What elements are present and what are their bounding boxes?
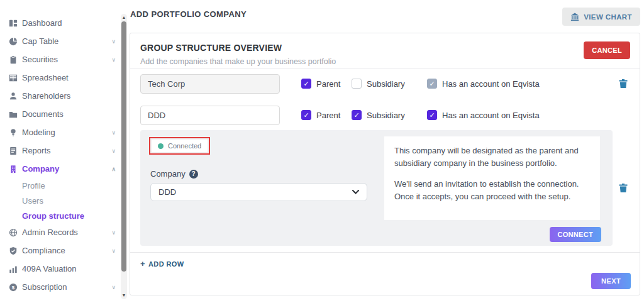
has-account-checkbox-label: Has an account on Eqvista: [442, 79, 540, 89]
cancel-button[interactable]: CANCEL: [584, 41, 630, 59]
sidebar-item-modeling[interactable]: Modeling ∨: [0, 123, 121, 141]
subsidiary-checkbox-label: Subsidiary: [367, 79, 405, 89]
subsidiary-checkbox[interactable]: ✓: [352, 79, 362, 89]
sidebar-item-group-structure[interactable]: Group structure: [0, 208, 121, 223]
globe-icon: [8, 228, 18, 237]
dashboard-icon: [8, 18, 18, 28]
sidebar-item-label: Company: [22, 164, 59, 174]
parent-checkbox[interactable]: ✓: [301, 110, 311, 120]
has-account-checkbox-item-2[interactable]: ✓ Has an account on Eqvista: [427, 110, 540, 120]
has-account-checkbox[interactable]: ✓: [427, 110, 437, 120]
chevron-down-icon: ∨: [111, 148, 116, 154]
card-subtitle: Add the companies that make up your busi…: [140, 57, 630, 66]
folder-icon: [8, 109, 18, 119]
view-chart-button[interactable]: VIEW CHART: [562, 8, 640, 26]
parent-checkbox-item-2[interactable]: ✓ Parent: [301, 110, 352, 120]
company-select[interactable]: DDD: [150, 183, 367, 201]
connection-panel-row: Connected Company ? DDD This company wil…: [140, 130, 630, 246]
has-account-checkbox: ✓: [427, 79, 437, 89]
chevron-up-icon: ∧: [111, 166, 116, 172]
trash-icon: [618, 183, 630, 193]
subsidiary-checkbox-label: Subsidiary: [367, 111, 405, 120]
connect-button[interactable]: CONNECT: [550, 227, 602, 242]
sidebar-item-label: 409A Valuation: [22, 264, 77, 273]
company-name-input-1[interactable]: [140, 74, 280, 94]
chevron-down-icon: ∨: [111, 57, 116, 63]
footer-divider: [130, 252, 640, 253]
company-row-1: ✓ Parent ✓ Subsidiary ✓ Has an account o…: [140, 74, 630, 94]
chevron-down-icon: ∨: [111, 284, 116, 290]
checkbox-group-2: ✓ Parent ✓ Subsidiary ✓ Has an account o…: [301, 110, 540, 120]
connection-panel: Connected Company ? DDD This company wil…: [140, 130, 613, 246]
parent-checkbox[interactable]: ✓: [301, 79, 311, 89]
company-select-value: DDD: [158, 187, 176, 197]
has-account-checkbox-label: Has an account on Eqvista: [442, 111, 540, 120]
sidebar-item-label: Modeling: [22, 128, 55, 137]
scroll-down-arrow-icon[interactable]: ▼: [121, 293, 127, 298]
card-header: GROUP STRUCTURE OVERVIEW Add the compani…: [130, 33, 640, 69]
sidebar-item-admin-records[interactable]: Admin Records ∨: [0, 223, 121, 241]
sidebar-item-409a-valuation[interactable]: 409A Valuation: [0, 260, 121, 278]
bar-chart-icon: [8, 264, 18, 273]
delete-row-button-1[interactable]: [618, 78, 630, 89]
shield-icon: [8, 246, 18, 255]
sidebar-item-subscription[interactable]: $ Subscription ∨: [0, 278, 121, 296]
info-paragraph: We'll send an invitation to establish th…: [394, 178, 590, 203]
parent-checkbox-item-1[interactable]: ✓ Parent: [301, 79, 352, 89]
sidebar-item-company[interactable]: Company ∧: [0, 160, 121, 178]
vertical-scrollbar[interactable]: ▲ ▼: [121, 14, 127, 299]
connection-info-box: This company will be designated as the p…: [384, 136, 600, 220]
sidebar-item-reports[interactable]: Reports ∨: [0, 141, 121, 160]
status-label: Connected: [168, 142, 201, 150]
page-title: ADD PORTFOLIO COMPANY: [130, 9, 247, 19]
chevron-down-icon: ∨: [111, 248, 116, 254]
dollar-icon: $: [8, 282, 18, 292]
sidebar-item-cap-table[interactable]: Cap Table ∨: [0, 32, 121, 50]
next-button[interactable]: NEXT: [591, 273, 631, 289]
svg-text:$: $: [11, 284, 14, 290]
sidebar-item-compliance[interactable]: Compliance ∨: [0, 241, 121, 260]
sidebar-item-shareholders[interactable]: Shareholders: [0, 87, 121, 105]
add-row-button[interactable]: + ADD ROW: [140, 259, 184, 268]
sidebar-item-dashboard[interactable]: Dashboard: [0, 14, 121, 32]
scrollbar-thumb[interactable]: [121, 21, 126, 272]
sidebar-item-securities[interactable]: Securities ∨: [0, 50, 121, 69]
sidebar-item-label: Profile: [22, 181, 45, 190]
scroll-up-arrow-icon[interactable]: ▲: [121, 15, 127, 20]
sidebar-item-label: Reports: [22, 146, 51, 155]
chevron-down-icon: [352, 190, 359, 194]
subsidiary-checkbox[interactable]: ✓: [352, 110, 362, 120]
view-chart-label: VIEW CHART: [584, 13, 632, 21]
delete-row-button-2[interactable]: [618, 182, 630, 194]
subsidiary-checkbox-item-1[interactable]: ✓ Subsidiary: [352, 79, 427, 89]
sidebar-item-label: Spreadsheet: [22, 73, 69, 82]
card-title: GROUP STRUCTURE OVERVIEW: [140, 43, 630, 53]
sidebar-item-profile[interactable]: Profile: [0, 178, 121, 193]
company-name-input-2[interactable]: [140, 106, 280, 125]
chevron-down-icon: ∨: [111, 229, 116, 236]
bank-chart-icon: [570, 13, 579, 21]
table-icon: [8, 73, 18, 82]
sidebar-item-users[interactable]: Users: [0, 193, 121, 208]
sidebar-item-documents[interactable]: Documents: [0, 105, 121, 123]
app-window: Dashboard Cap Table ∨ Securities ∨ Sprea…: [0, 0, 644, 303]
company-row-2: ✓ Parent ✓ Subsidiary ✓ Has an account o…: [140, 105, 630, 125]
sidebar-item-spreadsheet[interactable]: Spreadsheet: [0, 69, 121, 87]
parent-checkbox-label: Parent: [316, 111, 340, 120]
sidebar: Dashboard Cap Table ∨ Securities ∨ Sprea…: [0, 0, 121, 303]
sidebar-item-label: Shareholders: [22, 91, 70, 101]
plus-icon: +: [140, 259, 145, 268]
add-row-label: ADD ROW: [148, 260, 184, 268]
subsidiary-checkbox-item-2[interactable]: ✓ Subsidiary: [352, 110, 427, 120]
status-badge: Connected: [152, 140, 208, 152]
has-account-checkbox-item-1[interactable]: ✓ Has an account on Eqvista: [427, 79, 540, 89]
pie-chart-icon: [8, 36, 18, 46]
sidebar-item-label: Documents: [22, 109, 64, 119]
checkbox-group-1: ✓ Parent ✓ Subsidiary ✓ Has an account o…: [301, 79, 540, 89]
trash-icon: [618, 79, 630, 89]
chevron-down-icon: ∨: [111, 129, 116, 136]
sidebar-item-label: Securities: [22, 55, 58, 64]
connected-dot-icon: [158, 143, 164, 149]
sidebar-item-label: Cap Table: [22, 36, 58, 46]
help-icon[interactable]: ?: [189, 170, 198, 179]
